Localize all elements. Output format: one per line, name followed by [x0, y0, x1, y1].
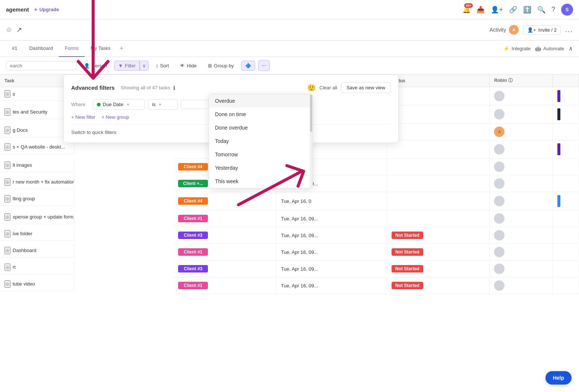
- filter-showing-text: Showing all of 47 tasks: [121, 85, 170, 90]
- field-selector[interactable]: Due Date ▾: [93, 99, 145, 110]
- chevron-down-icon: ▾: [159, 102, 161, 106]
- share2-button[interactable]: ↗: [16, 26, 22, 34]
- nav-right: 🔔 99+ 📥 👤+ 🔗 ⬆️ 🔍 ? S: [462, 4, 573, 16]
- search-input[interactable]: [6, 61, 77, 70]
- tab-add-button[interactable]: +: [117, 45, 127, 52]
- filter-button[interactable]: ▼ Filter: [114, 61, 140, 71]
- table-row: ⊕ Dashboard Client #1 Tue, Apr 16, 09...…: [0, 244, 579, 261]
- filter-info-button[interactable]: ℹ: [173, 85, 175, 91]
- status-badge: Not Started: [392, 265, 423, 273]
- hide-button[interactable]: 👁 Hide: [176, 61, 201, 71]
- date-cell: Tue, Apr 16, 09...: [276, 210, 387, 227]
- robin-cell: [490, 261, 553, 277]
- emoji-button[interactable]: 🙂: [307, 84, 316, 92]
- bar-cell: [553, 277, 579, 294]
- operator-selector[interactable]: is ▾: [148, 99, 178, 110]
- integrations-button[interactable]: 🔗: [509, 6, 517, 14]
- color-bar: [557, 108, 560, 120]
- collapse-button[interactable]: ∧: [569, 45, 573, 52]
- client-badge: Client #1: [178, 215, 208, 222]
- activity-text: Activity: [490, 27, 506, 33]
- star-button[interactable]: ☆: [6, 26, 12, 34]
- tab-1[interactable]: #1: [6, 41, 23, 57]
- dropdown-item-overdue[interactable]: Overdue: [209, 94, 313, 108]
- dropdown-item-today[interactable]: Today: [209, 134, 313, 148]
- row-add-icon[interactable]: ⊕: [4, 90, 10, 98]
- client-cell: Client #3: [174, 227, 276, 244]
- ai-button[interactable]: 🔷: [241, 61, 255, 71]
- group-by-button[interactable]: ⊞ Group by: [204, 61, 238, 71]
- row-add-icon[interactable]: ⊕: [4, 230, 10, 238]
- filter-dropdown-button[interactable]: ∨: [140, 61, 149, 71]
- bar-cell: [553, 140, 579, 159]
- tab-mytasks[interactable]: My Tasks: [85, 41, 117, 57]
- new-group-button[interactable]: + New group: [101, 114, 129, 120]
- row-add-icon[interactable]: ⊕: [4, 143, 10, 151]
- row-add-icon[interactable]: ⊕: [4, 280, 10, 288]
- avatar: [494, 230, 504, 240]
- where-label: Where: [71, 102, 90, 107]
- avatar: [494, 178, 504, 189]
- notifications-button[interactable]: 🔔 99+: [462, 6, 471, 14]
- clear-all-button[interactable]: Clear all: [319, 85, 337, 90]
- row-add-icon[interactable]: ⊕: [4, 108, 10, 116]
- search-button[interactable]: 🔍: [537, 6, 545, 14]
- switch-to-quick-filters-button[interactable]: Switch to quick filters: [71, 130, 116, 135]
- invite-label: Invite / 2: [538, 27, 557, 33]
- status-badge: Not Started: [392, 282, 423, 289]
- sort-button[interactable]: ↕ Sort: [152, 61, 173, 71]
- invite-icon: 👤+: [527, 27, 536, 33]
- integrate-button[interactable]: ⚡ Integrate: [503, 46, 531, 51]
- table-row: ⊕ tube video Client #1 Tue, Apr 16, 09..…: [0, 277, 579, 294]
- top-nav: agement ✦ Upgrade 🔔 99+ 📥 👤+ 🔗 ⬆️ 🔍 ? S: [0, 0, 579, 19]
- robin-cell: [490, 227, 553, 244]
- row-add-icon[interactable]: ⊕: [4, 127, 10, 134]
- person-filter-button[interactable]: 👤 Person: [80, 61, 111, 71]
- upgrade-icon: ✦: [34, 7, 38, 13]
- dropdown-item-yesterday[interactable]: Yesterday: [209, 161, 313, 175]
- row-add-icon[interactable]: ⊕: [4, 213, 10, 221]
- filter-icon: ▼: [118, 63, 123, 68]
- add-user-button[interactable]: 👤+: [491, 6, 503, 14]
- avatar: [494, 162, 504, 172]
- upgrade-label: Upgrade: [39, 7, 59, 12]
- task-cell: ⊕ Dashboard: [0, 244, 75, 258]
- share-button[interactable]: ⬆️: [523, 6, 531, 14]
- dropdown-item-this-week[interactable]: This week: [209, 175, 313, 188]
- more-toolbar-button[interactable]: ···: [258, 60, 270, 71]
- green-dot-icon: [97, 103, 101, 106]
- help-button[interactable]: ?: [551, 6, 555, 13]
- status-cell: [387, 159, 490, 175]
- tabs-bar: #1 Dashboard Forms My Tasks + ⚡ Integrat…: [0, 41, 579, 57]
- robin-cell: [490, 277, 553, 294]
- row-add-icon[interactable]: ⊕: [4, 195, 10, 203]
- more-options-button[interactable]: ...: [565, 26, 573, 34]
- dropdown-item-done-on-time[interactable]: Done on time: [209, 108, 313, 121]
- upgrade-button[interactable]: ✦ Upgrade: [34, 7, 59, 13]
- user-avatar[interactable]: S: [561, 4, 573, 16]
- task-cell: ⊕ ive folder: [0, 227, 75, 241]
- tab-forms[interactable]: Forms: [59, 41, 85, 57]
- scroll-thumb: [310, 94, 312, 132]
- dropdown-item-tomorrow[interactable]: Tomorrow: [209, 148, 313, 161]
- client-cell: Client #1: [174, 210, 276, 227]
- row-add-icon[interactable]: ⊕: [4, 247, 10, 254]
- row-add-icon[interactable]: ⊕: [4, 178, 10, 186]
- person-label: Person: [92, 63, 107, 68]
- new-filter-button[interactable]: + New filter: [71, 114, 95, 120]
- invite-button[interactable]: 👤+ Invite / 2: [523, 25, 561, 35]
- row-add-icon[interactable]: ⊕: [4, 264, 10, 271]
- tabs-left: #1 Dashboard Forms My Tasks +: [6, 41, 126, 57]
- automate-button[interactable]: 🤖 Automate: [535, 46, 564, 51]
- save-view-button[interactable]: Save as new view: [341, 82, 391, 93]
- status-badge: Not Started: [392, 248, 423, 256]
- sort-icon: ↕: [156, 63, 158, 68]
- client-badge: Client #1: [178, 282, 208, 289]
- row-add-icon[interactable]: ⊕: [4, 162, 10, 169]
- help-button-fixed[interactable]: Help: [545, 371, 572, 385]
- dropdown-item-done-overdue[interactable]: Done overdue: [209, 121, 313, 134]
- inbox-button[interactable]: 📥: [477, 6, 485, 14]
- client-badge: Client #3: [178, 265, 208, 273]
- bar-cell: [553, 192, 579, 210]
- tab-dashboard[interactable]: Dashboard: [23, 41, 59, 57]
